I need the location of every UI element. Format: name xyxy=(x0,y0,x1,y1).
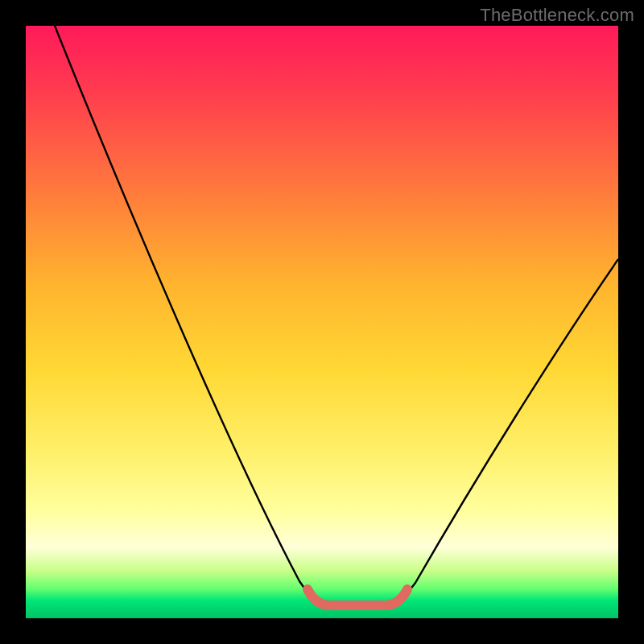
curve-layer xyxy=(26,26,618,618)
watermark-text: TheBottleneck.com xyxy=(480,5,634,26)
valley-marker xyxy=(308,589,407,605)
chart-frame: TheBottleneck.com xyxy=(0,0,644,644)
bottleneck-curve xyxy=(55,26,618,604)
plot-area xyxy=(26,26,618,618)
